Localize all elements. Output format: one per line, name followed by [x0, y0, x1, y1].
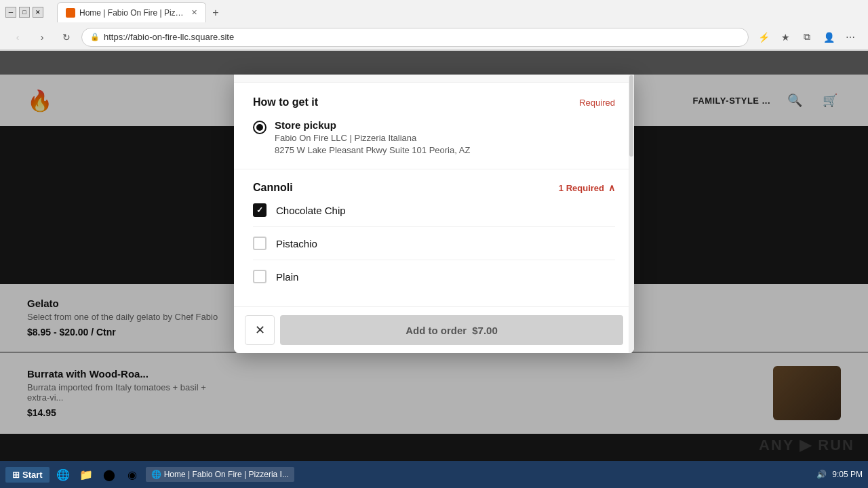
taskbar-quick-launch: 🌐 📁 ⬤ ◉: [52, 464, 143, 485]
extensions-button[interactable]: ⚡: [754, 28, 773, 47]
dialog-spacer: [234, 293, 634, 306]
cannoli-required-text: 1 Required: [559, 183, 604, 193]
url-text: https://fabio-on-fire-llc.square.site: [104, 32, 234, 42]
taskbar-active-app[interactable]: 🌐 Home | Fabio On Fire | Pizzeria I...: [146, 467, 294, 482]
toolbar-icons: ⚡ ★ ⧉ 👤 ⋯: [754, 28, 860, 47]
store-name: Fabio On Fire LLC | Pizzeria Italiana: [275, 133, 470, 143]
chocolate-chip-label: Chocolate Chip: [276, 205, 346, 216]
ie-icon[interactable]: 🌐: [52, 464, 74, 485]
cannoli-required-label: 1 Required ∧: [559, 182, 615, 193]
add-to-order-label: Add to order: [406, 325, 467, 336]
dialog-top-bar: [234, 75, 634, 83]
folder-icon[interactable]: 📁: [75, 464, 97, 485]
taskbar-app-label: Home | Fabio On Fire | Pizzeria I...: [164, 470, 289, 479]
order-dialog: How to get it Required Store pickup Fabi…: [234, 75, 634, 353]
cannoli-section: Cannoli 1 Required ∧ ✓ Chocolate Chip Pi…: [234, 169, 634, 293]
collections-button[interactable]: ⧉: [797, 28, 816, 47]
how-to-get-it-header: How to get it Required: [253, 96, 615, 108]
required-label: Required: [579, 98, 615, 108]
taskbar-right: 🔊 9:05 PM: [816, 470, 863, 479]
new-tab-button[interactable]: +: [206, 3, 225, 22]
pistachio-label: Pistachio: [276, 238, 317, 249]
taskbar: ⊞ Start 🌐 📁 ⬤ ◉ 🌐 Home | Fabio On Fire |…: [0, 461, 868, 488]
start-button[interactable]: ⊞ Start: [5, 467, 50, 483]
pistachio-checkbox[interactable]: [253, 237, 267, 250]
settings-button[interactable]: ⋯: [841, 28, 860, 47]
taskbar-app-icon: 🌐: [151, 470, 161, 479]
titlebar: ─ □ ✕ Home | Fabio On Fire | Pizzeria I.…: [0, 0, 868, 24]
favorites-button[interactable]: ★: [776, 28, 795, 47]
store-address: 8275 W Lake Pleasant Pkwy Suite 101 Peor…: [275, 145, 470, 155]
how-to-get-it-section: How to get it Required Store pickup Fabi…: [234, 83, 634, 169]
radio-selected-indicator: [256, 124, 263, 131]
lock-icon: 🔒: [90, 33, 100, 41]
pickup-details: Store pickup Fabio On Fire LLC | Pizzeri…: [275, 119, 470, 155]
taskbar-speaker-icon[interactable]: 🔊: [816, 470, 827, 479]
tab-favicon: [66, 8, 75, 18]
scrollbar-thumb: [629, 75, 633, 157]
close-dialog-button[interactable]: ✕: [245, 315, 275, 345]
browser-frame: ─ □ ✕ Home | Fabio On Fire | Pizzeria I.…: [0, 0, 868, 51]
maximize-button[interactable]: □: [19, 7, 30, 18]
cannoli-title: Cannoli: [253, 182, 293, 194]
chocolate-chip-option-row[interactable]: ✓ Chocolate Chip: [253, 194, 615, 227]
tab-bar: Home | Fabio On Fire | Pizzeria I... ✕ +: [52, 2, 231, 22]
address-bar[interactable]: 🔒 https://fabio-on-fire-llc.square.site: [81, 28, 749, 47]
window-controls: ─ □ ✕: [5, 7, 43, 18]
plain-option-row[interactable]: Plain: [253, 260, 615, 293]
store-pickup-option[interactable]: Store pickup Fabio On Fire LLC | Pizzeri…: [253, 119, 615, 155]
checkbox-checkmark: ✓: [256, 205, 263, 215]
dialog-footer: ✕ Add to order $7.00: [234, 306, 634, 353]
minimize-button[interactable]: ─: [5, 7, 16, 18]
reload-button[interactable]: ↻: [57, 28, 76, 47]
pistachio-option-row[interactable]: Pistachio: [253, 227, 615, 260]
dialog-scrollbar[interactable]: [629, 75, 634, 353]
close-icon: ✕: [255, 323, 265, 338]
taskbar-time: 9:05 PM: [832, 470, 863, 479]
forward-button[interactable]: ›: [33, 28, 52, 47]
profile-button[interactable]: 👤: [819, 28, 838, 47]
cannoli-header: Cannoli 1 Required ∧: [253, 169, 615, 194]
start-icon: ⊞: [12, 470, 20, 480]
how-to-get-it-title: How to get it: [253, 96, 318, 108]
tab-title: Home | Fabio On Fire | Pizzeria I...: [79, 8, 184, 18]
start-label: Start: [22, 470, 43, 480]
dialog-overlay: How to get it Required Store pickup Fabi…: [0, 75, 868, 461]
add-to-order-price: $7.00: [472, 325, 498, 336]
back-button[interactable]: ‹: [8, 28, 27, 47]
plain-checkbox[interactable]: [253, 270, 267, 283]
plain-label: Plain: [276, 271, 298, 283]
browser-toolbar: ‹ › ↻ 🔒 https://fabio-on-fire-llc.square…: [0, 24, 868, 50]
active-tab[interactable]: Home | Fabio On Fire | Pizzeria I... ✕: [57, 2, 206, 22]
chevron-up-icon[interactable]: ∧: [608, 182, 615, 193]
close-window-button[interactable]: ✕: [33, 7, 43, 18]
add-to-order-button[interactable]: Add to order $7.00: [280, 315, 623, 345]
chrome-icon[interactable]: ⬤: [98, 464, 120, 485]
edge-icon[interactable]: ◉: [121, 464, 143, 485]
store-pickup-label: Store pickup: [275, 119, 470, 131]
chocolate-chip-checkbox[interactable]: ✓: [253, 203, 267, 217]
store-pickup-radio[interactable]: [253, 121, 267, 134]
tab-close-button[interactable]: ✕: [191, 8, 197, 17]
